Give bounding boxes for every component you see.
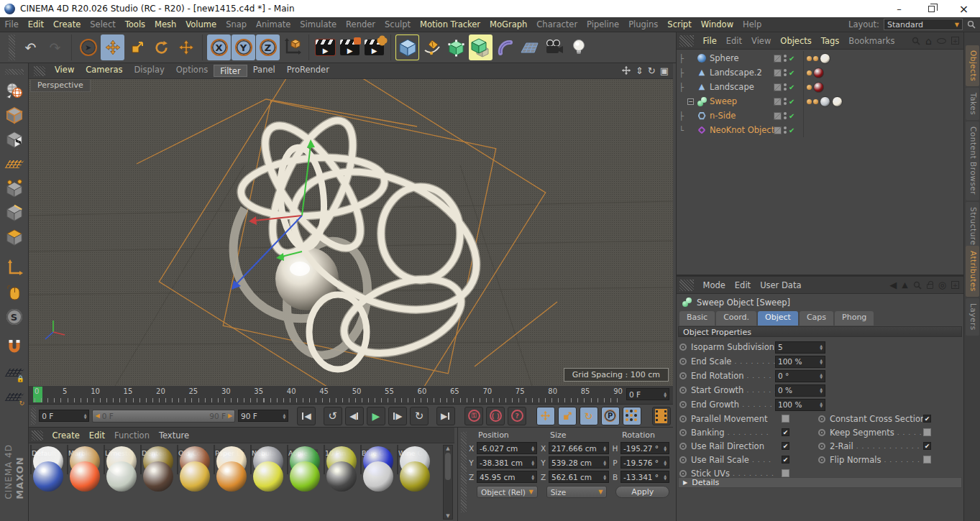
- keyframe-parameter-toggle[interactable]: P: [601, 407, 620, 425]
- material-tile[interactable]: Apple se: [287, 445, 322, 458]
- keyable-bullet-icon[interactable]: [679, 344, 687, 351]
- checkbox[interactable]: ✔: [923, 442, 931, 450]
- enable-check-icon[interactable]: ✔: [789, 55, 794, 63]
- object-row[interactable]: − Sweep ✔: [677, 94, 963, 109]
- points-mode-button[interactable]: [2, 177, 26, 200]
- menu-item[interactable]: Help: [738, 19, 766, 29]
- menu-item[interactable]: Edit: [23, 19, 48, 29]
- coordinate-field[interactable]: 45.95 cm▲▼: [477, 471, 537, 483]
- layer-toggle[interactable]: [774, 69, 782, 77]
- model-mode-button[interactable]: [2, 103, 26, 126]
- enable-check-icon[interactable]: ✔: [789, 69, 794, 77]
- layer-toggle[interactable]: [774, 55, 782, 63]
- menu-item[interactable]: Render: [342, 19, 380, 29]
- material-menu-item[interactable]: Create: [47, 430, 84, 441]
- search-icon[interactable]: [913, 281, 922, 290]
- pan-view-icon[interactable]: [621, 65, 631, 75]
- viewport-menu-item[interactable]: Cameras: [80, 65, 128, 77]
- live-selection-button[interactable]: ➤: [76, 34, 100, 60]
- side-tab[interactable]: Layers: [966, 298, 979, 336]
- object-name[interactable]: Landscape: [710, 82, 754, 92]
- enable-check-icon[interactable]: ✔: [789, 83, 794, 91]
- checkbox[interactable]: ✔: [782, 428, 789, 436]
- object-manager-menu-item[interactable]: Bookmarks: [844, 36, 899, 46]
- material-scrollbar[interactable]: ▲▼: [443, 445, 453, 520]
- object-manager-grip[interactable]: [679, 35, 694, 47]
- redo-button[interactable]: ↷: [43, 34, 67, 60]
- left-toolbar-grip[interactable]: [5, 69, 24, 75]
- keyable-bullet-icon[interactable]: [679, 415, 687, 423]
- texture-mode-button[interactable]: [2, 128, 26, 151]
- go-to-start-button[interactable]: ◀: [297, 407, 316, 425]
- checkbox[interactable]: ✔: [782, 456, 789, 464]
- menu-item[interactable]: Window: [696, 19, 738, 29]
- enable-axis-button[interactable]: [2, 257, 26, 280]
- attribute-tab[interactable]: Coord.: [716, 311, 756, 326]
- range-right-arrow-icon[interactable]: ▶: [228, 412, 232, 419]
- add-icon[interactable]: +: [951, 281, 959, 289]
- attribute-tab[interactable]: Object: [758, 311, 798, 326]
- attribute-menu-item[interactable]: User Data: [756, 280, 806, 290]
- material-tile[interactable]: Marble: [67, 445, 102, 458]
- visibility-dots[interactable]: [784, 112, 787, 119]
- viewport-grip[interactable]: [34, 66, 45, 76]
- record-keyframe-button[interactable]: ⚿: [464, 407, 483, 425]
- menu-item[interactable]: Sculpt: [380, 19, 416, 29]
- material-tile[interactable]: Default: [30, 445, 65, 458]
- checkbox[interactable]: [782, 415, 789, 423]
- go-to-previous-frame-button[interactable]: ◀: [345, 407, 364, 425]
- floor-button[interactable]: [518, 34, 541, 60]
- object-tag-icon[interactable]: [807, 99, 812, 104]
- material-menu-item[interactable]: Texture: [154, 430, 193, 441]
- menu-item[interactable]: Character: [532, 19, 582, 29]
- make-editable-button[interactable]: [2, 79, 26, 102]
- move-axis-button[interactable]: [174, 34, 198, 60]
- object-tag-icon[interactable]: [813, 68, 824, 78]
- attribute-grip[interactable]: [679, 280, 694, 291]
- material-grip[interactable]: [32, 430, 43, 441]
- history-back-icon[interactable]: ◀: [889, 280, 897, 290]
- axis-z-lock-button[interactable]: Z: [256, 34, 280, 60]
- material-tile[interactable]: Limesto: [104, 445, 139, 458]
- object-tag-icon[interactable]: [807, 85, 812, 90]
- coordinate-field[interactable]: -13.341 °▲▼: [620, 471, 669, 483]
- menu-item[interactable]: Simulate: [296, 19, 342, 29]
- coordinate-field[interactable]: -195.27 °▲▼: [620, 442, 669, 454]
- object-tag-icon[interactable]: [820, 53, 830, 64]
- attribute-menu-item[interactable]: Mode: [698, 280, 730, 290]
- visibility-dots[interactable]: [784, 69, 787, 76]
- property-field[interactable]: 5▲▼: [775, 341, 825, 354]
- expand-toggle[interactable]: −: [687, 98, 694, 105]
- keyable-bullet-icon[interactable]: [679, 429, 687, 436]
- attribute-tab[interactable]: Caps: [800, 311, 833, 326]
- object-name[interactable]: Sphere: [710, 53, 739, 63]
- side-tab[interactable]: Takes: [966, 88, 979, 120]
- object-manager-menu-item[interactable]: Edit: [721, 36, 746, 46]
- timeline-ruler[interactable]: 051015202530354045505560657075808590 0 F…: [29, 386, 673, 405]
- axis-y-lock-button[interactable]: Y: [232, 34, 255, 60]
- property-field[interactable]: 0 °▲▼: [775, 370, 825, 382]
- bend-deformer-button[interactable]: [493, 34, 517, 60]
- enable-check-icon[interactable]: ✔: [789, 112, 794, 120]
- menu-item[interactable]: Animate: [252, 19, 296, 29]
- dolly-view-icon[interactable]: ⇕: [636, 65, 644, 76]
- coordinate-mode-dropdown[interactable]: Object (Rel)▼: [477, 486, 538, 498]
- object-row[interactable]: ├ n-Side ✔: [677, 109, 963, 123]
- layer-toggle[interactable]: [774, 112, 782, 120]
- menu-item[interactable]: Plugins: [624, 19, 663, 29]
- visibility-dots[interactable]: [784, 98, 787, 105]
- go-to-end-button[interactable]: ▶: [436, 407, 455, 425]
- keyable-bullet-icon[interactable]: [679, 372, 687, 379]
- play-button[interactable]: ▶: [367, 407, 385, 425]
- object-tag-icon[interactable]: [813, 99, 818, 104]
- property-field[interactable]: 0 %▲▼: [775, 384, 825, 397]
- coordinate-field[interactable]: -6.027 cm▲▼: [477, 442, 537, 454]
- range-end-field[interactable]: 90 F▲▼: [238, 410, 288, 422]
- apply-button[interactable]: Apply: [615, 486, 669, 498]
- object-name[interactable]: n-Side: [710, 111, 736, 121]
- object-row[interactable]: └ NeoKnot Object ✔: [677, 123, 963, 137]
- axis-x-lock-button[interactable]: X: [207, 34, 231, 60]
- side-tab[interactable]: Structure: [966, 202, 979, 250]
- autokeying-button[interactable]: ( ): [486, 407, 505, 425]
- details-expander[interactable]: ▶ Details: [678, 477, 962, 488]
